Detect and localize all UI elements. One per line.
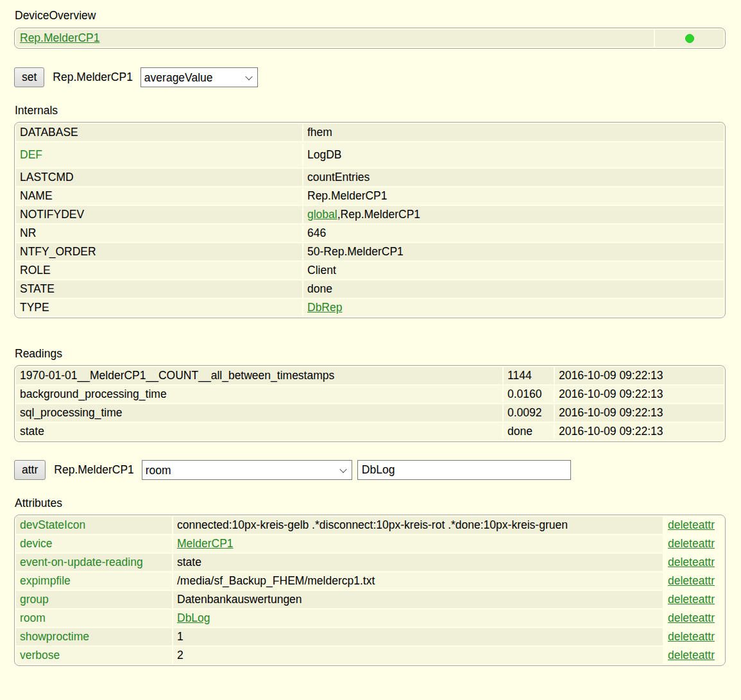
attribute-value: connected:10px-kreis-gelb .*disconnect:1… [173,516,663,534]
deleteattr-link[interactable]: deleteattr [668,649,715,662]
deleteattr-link[interactable]: deleteattr [668,556,715,568]
attribute-name-link[interactable]: devStateIcon [20,518,85,531]
set-device-name: Rep.MelderCP1 [53,71,133,84]
reading-name: state [16,423,502,440]
status-dot-icon [685,34,694,43]
reading-timestamp: 2016-10-09 09:22:13 [555,386,724,403]
attribute-name-link[interactable]: event-on-update-reading [20,556,143,568]
deleteattr-link[interactable]: deleteattr [668,611,715,624]
internals-row-notifydev: NOTIFYDEV global,Rep.MelderCP1 [16,206,724,223]
device-overview-row: Rep.MelderCP1 [16,30,724,47]
reading-timestamp: 2016-10-09 09:22:13 [555,404,724,422]
deleteattr-link[interactable]: deleteattr [668,537,715,550]
attr-value-input[interactable] [357,460,571,480]
meldercp1-link[interactable]: MelderCP1 [177,537,234,550]
internal-value: 646 [303,225,724,242]
reading-value: 1144 [504,367,554,384]
attribute-name-link[interactable]: room [20,611,46,624]
internal-name[interactable]: DEF [16,142,302,167]
attribute-value: /media/sf_Backup_FHEM/meldercp1.txt [173,572,663,590]
internals-row-ntfy-order: NTFY_ORDER 50-Rep.MelderCP1 [16,243,724,260]
set-button[interactable]: set [14,67,44,87]
deleteattr-link[interactable]: deleteattr [668,518,715,531]
internals-title: Internals [15,104,726,117]
attributes-row-event-on-update: event-on-update-reading state deleteattr [16,554,724,571]
reading-timestamp: 2016-10-09 09:22:13 [555,367,724,384]
deleteattr-link[interactable]: deleteattr [668,630,715,643]
attribute-value: 1 [173,628,663,645]
internal-value: DbRep [303,299,724,316]
internal-name: TYPE [16,299,302,316]
attributes-row-device: device MelderCP1 deleteattr [16,535,724,552]
attribute-value: state [173,554,663,571]
internal-value: 50-Rep.MelderCP1 [303,243,724,260]
dbrep-link[interactable]: DbRep [307,301,342,314]
internal-name: NAME [16,187,302,205]
attributes-title: Attributes [15,497,726,510]
internal-value: global,Rep.MelderCP1 [303,206,724,223]
internal-value: countEntries [303,169,724,186]
reading-value: 0.0160 [504,386,554,403]
readings-row-count: 1970-01-01__MelderCP1__COUNT__all_betwee… [16,367,724,384]
internal-name: NOTIFYDEV [16,206,302,223]
attribute-name-link[interactable]: device [20,537,53,550]
internal-value: Client [303,262,724,279]
attribute-name-link[interactable]: verbose [20,649,60,662]
readings-title: Readings [15,347,726,361]
internal-value: LogDB [303,142,724,167]
notifydev-rest: ,Rep.MelderCP1 [337,208,420,221]
internals-row-lastcmd: LASTCMD countEntries [16,169,724,186]
attributes-row-group: group Datenbankauswertungen deleteattr [16,591,724,608]
internal-value: Rep.MelderCP1 [303,187,724,205]
attributes-row-verbose: verbose 2 deleteattr [16,647,724,664]
readings-table: 1970-01-01__MelderCP1__COUNT__all_betwee… [14,365,726,442]
reading-name: background_processing_time [16,386,502,403]
device-link[interactable]: Rep.MelderCP1 [20,31,100,44]
attr-button[interactable]: attr [14,460,46,480]
reading-timestamp: 2016-10-09 09:22:13 [555,423,724,440]
attr-command-row: attr Rep.MelderCP1 room [14,460,726,480]
internal-name: NTFY_ORDER [16,243,302,260]
internals-row-database: DATABASE fhem [16,124,724,141]
set-command-select-wrap: averageValue [141,67,258,87]
internals-row-role: ROLE Client [16,262,724,279]
attribute-name-link[interactable]: showproctime [20,630,89,643]
attr-name-select[interactable]: room [142,460,352,480]
internal-name: LASTCMD [16,169,302,186]
global-link[interactable]: global [307,208,337,221]
internals-row-type: TYPE DbRep [16,299,724,316]
dblog-room-link[interactable]: DbLog [177,611,210,624]
attr-select-wrap: room [142,460,352,480]
attribute-name-link[interactable]: group [20,593,49,606]
attribute-value: Datenbankauswertungen [173,591,663,608]
internal-name: STATE [16,280,302,298]
set-command-row: set Rep.MelderCP1 averageValue [14,67,726,87]
internal-name: ROLE [16,262,302,279]
reading-name: 1970-01-01__MelderCP1__COUNT__all_betwee… [16,367,502,384]
internal-name: DATABASE [16,124,302,141]
attributes-row-room: room DbLog deleteattr [16,610,724,627]
device-overview-title: DeviceOverview [15,9,726,22]
internals-table: DATABASE fhem DEF LogDB LASTCMD countEnt… [14,122,726,318]
readings-row-state: state done 2016-10-09 09:22:13 [16,423,724,440]
reading-value: done [504,423,554,440]
attributes-row-devstateicon: devStateIcon connected:10px-kreis-gelb .… [16,516,724,534]
internals-row-nr: NR 646 [16,225,724,242]
attribute-value: 2 [173,647,663,664]
internal-name: NR [16,225,302,242]
reading-name: sql_processing_time [16,404,502,422]
readings-row-sql-time: sql_processing_time 0.0092 2016-10-09 09… [16,404,724,422]
internal-value: done [303,280,724,298]
internals-row-def: DEF LogDB [16,142,724,167]
device-overview-box: Rep.MelderCP1 [14,28,726,49]
attr-device-name: Rep.MelderCP1 [54,463,134,477]
attribute-name-link[interactable]: expimpfile [20,574,71,587]
deleteattr-link[interactable]: deleteattr [668,574,715,587]
set-command-select[interactable]: averageValue [141,67,258,87]
internals-row-name: NAME Rep.MelderCP1 [16,187,724,205]
attributes-row-expimpfile: expimpfile /media/sf_Backup_FHEM/melderc… [16,572,724,590]
attributes-row-showproctime: showproctime 1 deleteattr [16,628,724,645]
deleteattr-link[interactable]: deleteattr [668,593,715,606]
reading-value: 0.0092 [504,404,554,422]
attributes-table: devStateIcon connected:10px-kreis-gelb .… [14,515,726,666]
